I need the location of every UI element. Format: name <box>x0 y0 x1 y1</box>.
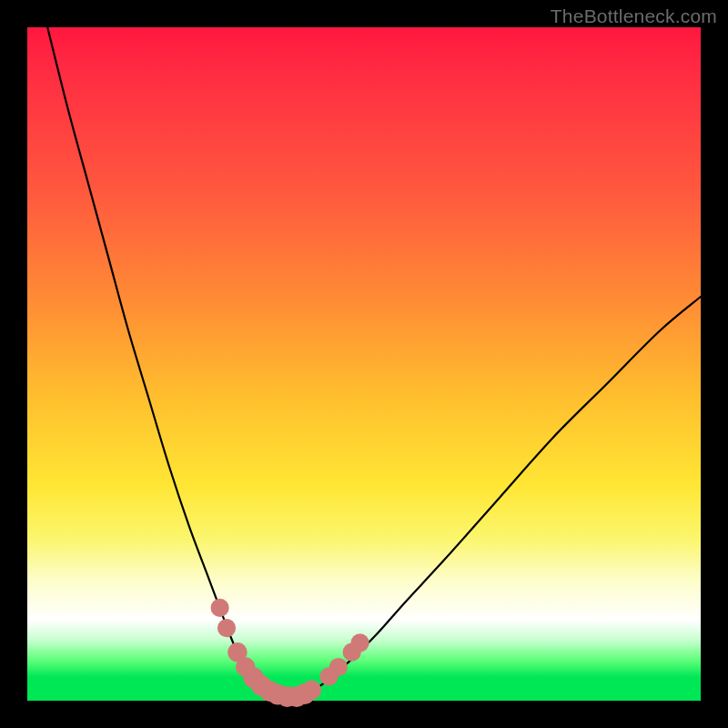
bottleneck-curve-svg <box>27 27 701 701</box>
watermark-text: TheBottleneck.com <box>551 5 717 27</box>
bottleneck-curve <box>47 27 701 697</box>
chart-plot-area <box>27 27 701 701</box>
highlight-dot <box>351 633 369 652</box>
highlight-markers <box>211 599 369 707</box>
highlight-dot <box>329 658 348 676</box>
chart-frame: TheBottleneck.com <box>0 0 728 728</box>
highlight-dot <box>302 681 321 700</box>
highlight-dot <box>211 599 229 617</box>
highlight-dot <box>217 619 236 637</box>
